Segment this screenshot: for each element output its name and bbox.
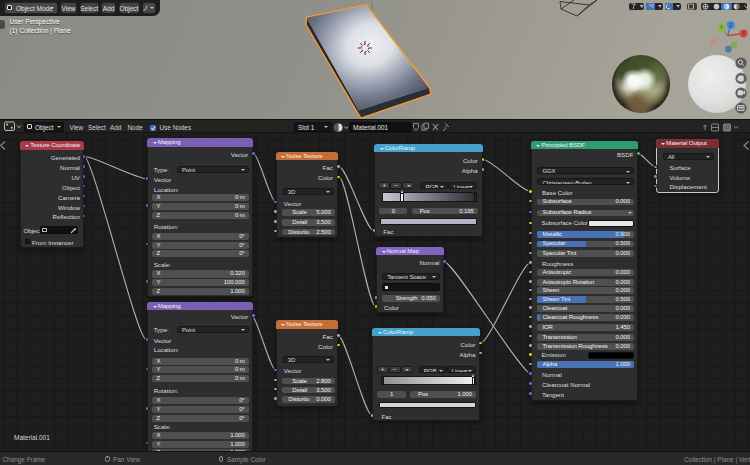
svg-text:X: X	[742, 31, 745, 36]
svg-text:Z: Z	[729, 23, 732, 28]
svg-text:Y: Y	[720, 25, 723, 30]
